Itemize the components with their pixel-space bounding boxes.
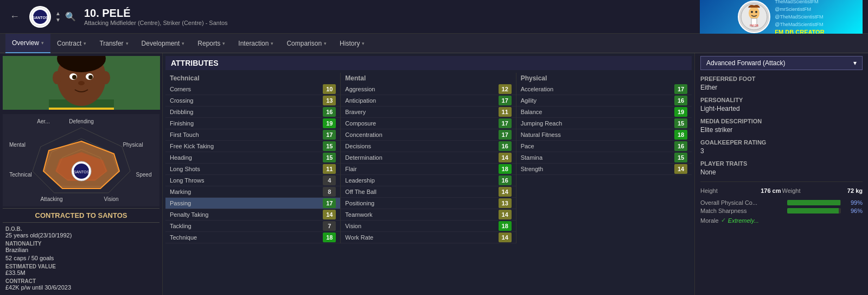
morale-label: Morale (700, 217, 719, 224)
nav-item-contract[interactable]: Contract ▾ (50, 34, 93, 53)
svg-point-22 (101, 71, 110, 84)
morale-icon: ✓ (721, 217, 726, 224)
chevron-down-icon: ▾ (182, 41, 184, 46)
preferred-foot-section: PREFERRED FOOT Either (700, 76, 863, 91)
attr-strength: Strength14 (516, 164, 692, 175)
nav-item-transfer[interactable]: Transfer ▾ (93, 34, 135, 53)
caps-value: 52 caps / 50 goals (5, 255, 54, 261)
personality-section: PERSONALITY Light-Hearted (700, 97, 863, 112)
attr-long-shots: Long Shots11 (165, 164, 340, 175)
svg-text:Mental: Mental (9, 142, 25, 148)
opc-bar: Overall Physical Co... 99% (700, 199, 863, 206)
attr-tackling: Tackling7 (165, 221, 340, 232)
estimated-value: £33.5M (5, 269, 25, 276)
attr-teamwork: Teamwork14 (341, 209, 515, 221)
back-button[interactable]: ← (5, 9, 24, 24)
svg-point-21 (53, 71, 61, 84)
contract-label: CONTRACT (5, 278, 36, 284)
media-description-label: MEDIA DESCRIPTION (700, 118, 863, 124)
match-sharpness-fill (787, 208, 839, 214)
svg-point-19 (88, 75, 93, 79)
technical-header: Technical (165, 73, 340, 84)
goalkeeper-rating-section: GOALKEEPER RATING 3 (700, 139, 863, 155)
svg-text:Technical: Technical (9, 172, 32, 178)
weight-label: Weight (782, 187, 801, 194)
technical-column: Technical Corners10 Crossing13 Dribbling… (165, 73, 341, 243)
svg-text:Defending: Defending (69, 118, 94, 124)
svg-text:SANTOS: SANTOS (74, 170, 90, 174)
weight-item: Weight 72 kg (782, 186, 863, 195)
attr-flair: Flair18 (341, 164, 515, 175)
physical-column: Physical Acceleration17 Agility16 Balanc… (516, 73, 692, 243)
search-icon[interactable]: 🔍 (65, 11, 76, 22)
svg-point-18 (72, 75, 76, 79)
svg-point-6 (755, 11, 757, 13)
player-role: Attacking Midfielder (Centre), Striker (… (84, 20, 228, 26)
height-value: 176 cm (761, 187, 781, 194)
player-photo (3, 56, 160, 110)
player-card: Defending Physical Speed Vision Attackin… (0, 53, 163, 295)
attr-agility: Agility16 (516, 95, 692, 106)
attr-dribbling: Dribbling16 (165, 106, 340, 118)
top-bar-right: FM DB TheMadScientistFM @mrScientistFM @… (700, 0, 863, 34)
opc-label: Overall Physical Co... (700, 199, 787, 206)
nav-item-overview[interactable]: Overview ▾ (5, 34, 50, 53)
attr-concentration: Concentration17 (341, 129, 515, 141)
nav-item-comparison[interactable]: Comparison ▾ (280, 34, 333, 53)
nav-arrows[interactable]: ▲ ▼ (55, 10, 61, 23)
attr-marking: Marking8 (165, 186, 340, 198)
top-bar: ← SANTOS ▲ ▼ 🔍 10. PELÉ Attacking Midfie… (0, 0, 868, 34)
svg-text:Speed: Speed (136, 172, 152, 178)
nationality-value: Brazilian (5, 247, 28, 253)
right-panel: Advanced Forward (Attack) ▾ PREFERRED FO… (694, 53, 868, 295)
attr-leadership: Leadership16 (341, 175, 515, 186)
attr-composure: Composure17 (341, 118, 515, 129)
attr-long-throws: Long Throws4 (165, 175, 340, 186)
opc-value: 99% (844, 199, 863, 206)
nav-item-history[interactable]: History ▾ (333, 34, 371, 53)
attr-corners: Corners10 (165, 84, 340, 95)
attr-pace: Pace16 (516, 141, 692, 152)
role-label: Advanced Forward (Attack) (706, 59, 785, 67)
svg-text:FM DB: FM DB (750, 24, 759, 27)
mental-header: Mental (341, 73, 515, 84)
physical-grid: Height 176 cm Weight 72 kg (700, 186, 863, 195)
attr-natural-fitness: Natural Fitness18 (516, 129, 692, 141)
radar-chart-container: Defending Physical Speed Vision Attackin… (3, 114, 159, 206)
attr-anticipation: Anticipation17 (341, 95, 515, 106)
attr-off-the-ball: Off The Ball14 (341, 186, 515, 198)
attr-stamina: Stamina15 (516, 152, 692, 164)
height-item: Height 176 cm (700, 186, 781, 195)
attributes-title: ATTRIBUTES (165, 56, 692, 70)
chevron-down-icon: ▾ (324, 41, 327, 46)
banner-text: TheMadScientistFM @mrScientistFM @TheMad… (775, 0, 824, 34)
role-dropdown[interactable]: Advanced Forward (Attack) ▾ (700, 56, 863, 70)
svg-point-5 (751, 11, 753, 13)
attr-technique: Technique18 (165, 232, 340, 243)
match-sharpness-bar: Match Sharpness 96% (700, 208, 863, 214)
nav-item-interaction[interactable]: Interaction ▾ (232, 34, 280, 53)
nav-item-development[interactable]: Development ▾ (135, 34, 192, 53)
club-badge: SANTOS (29, 6, 51, 28)
attr-jumping-reach: Jumping Reach15 (516, 118, 692, 129)
estimated-value-label: ESTIMATED VALUE (5, 263, 56, 269)
svg-text:Vision: Vision (104, 196, 118, 202)
player-traits-value: None (700, 168, 863, 176)
player-stats: D.O.B. 25 years old(23/10/1992) NATIONAL… (0, 223, 162, 295)
match-sharpness-value: 96% (844, 208, 863, 214)
nav-item-reports[interactable]: Reports ▾ (191, 34, 232, 53)
chevron-down-icon: ▾ (271, 41, 273, 46)
chevron-down-icon: ▾ (84, 41, 86, 46)
chevron-down-icon: ▾ (362, 41, 365, 46)
nationality-label: NATIONALITY (5, 241, 41, 247)
nav-menu: Overview ▾ Contract ▾ Transfer ▾ Develop… (0, 34, 868, 53)
morale-section: Morale ✓ Extremely... (700, 217, 863, 224)
chevron-down-icon: ▾ (222, 41, 225, 46)
attr-acceleration: Acceleration17 (516, 84, 692, 95)
match-sharpness-label: Match Sharpness (700, 208, 787, 214)
personality-label: PERSONALITY (700, 97, 863, 103)
match-sharpness-progress (787, 208, 841, 214)
physical-header: Physical (516, 73, 692, 84)
svg-text:Attacking: Attacking (40, 196, 62, 202)
opc-progress (787, 200, 841, 205)
